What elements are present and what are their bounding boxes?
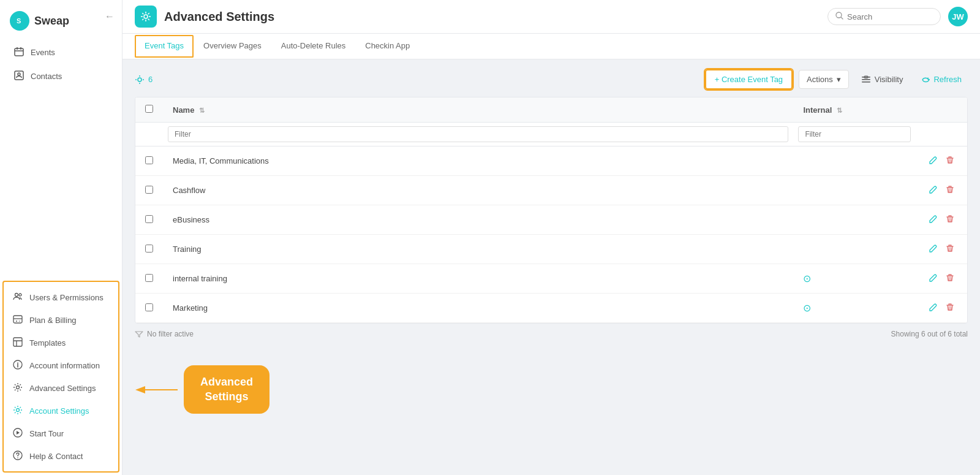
table-row: Media, IT, Communications	[135, 146, 967, 176]
visibility-button[interactable]: Visibility	[855, 70, 910, 89]
internal-sort-icon[interactable]: ⇅	[837, 107, 842, 114]
svg-point-5	[15, 294, 18, 297]
table-row: Training	[135, 235, 967, 264]
svg-point-14	[17, 457, 18, 458]
sidebar-collapse-button[interactable]: ←	[105, 11, 115, 22]
sidebar-item-advanced-settings[interactable]: Advanced Settings	[2, 377, 119, 400]
row-actions	[916, 146, 967, 176]
row-name: Cashflow	[163, 176, 793, 205]
svg-rect-7	[13, 316, 22, 323]
delete-button[interactable]	[943, 272, 957, 286]
tag-count-number: 6	[148, 75, 153, 84]
sidebar-item-plan-billing[interactable]: Plan & Billing	[2, 309, 119, 332]
refresh-button[interactable]: Refresh	[915, 70, 968, 88]
sidebar-item-events[interactable]: Events	[4, 40, 118, 64]
logo-icon: S	[10, 11, 29, 31]
logo-text: Sweap	[34, 15, 69, 28]
row-checkbox[interactable]	[145, 215, 153, 223]
templates-icon	[12, 337, 23, 349]
svg-point-17	[138, 78, 141, 82]
svg-point-4	[18, 73, 20, 75]
select-all-header	[135, 97, 163, 123]
delete-button[interactable]	[943, 301, 957, 315]
row-checkbox[interactable]	[145, 274, 153, 282]
row-actions	[916, 264, 967, 294]
delete-button[interactable]	[943, 213, 957, 227]
row-name: eBusiness	[163, 205, 793, 235]
svg-point-10	[17, 386, 20, 389]
sidebar: S Sweap ← Events Contacts Users & Permis…	[0, 0, 123, 475]
refresh-label: Refresh	[933, 75, 962, 84]
row-checkbox[interactable]	[145, 156, 153, 164]
name-filter-input[interactable]	[168, 126, 788, 142]
main-content: Advanced Settings JW Event Tags Overview…	[123, 0, 980, 475]
sidebar-item-account-settings-label: Account Settings	[29, 406, 89, 416]
row-name: Training	[163, 235, 793, 264]
events-icon	[13, 47, 24, 58]
table-row: Cashflow	[135, 176, 967, 205]
logo: S Sweap ←	[0, 7, 122, 40]
plan-icon	[12, 314, 23, 326]
actions-button[interactable]: Actions ▾	[799, 70, 849, 89]
name-sort-icon[interactable]: ⇅	[199, 107, 205, 114]
edit-button[interactable]	[925, 242, 940, 256]
select-all-checkbox[interactable]	[145, 105, 153, 113]
topbar-right: JW	[827, 7, 968, 26]
filter-row	[135, 123, 967, 146]
search-box[interactable]	[827, 8, 941, 25]
delete-button[interactable]	[943, 154, 957, 168]
create-event-tag-button[interactable]: + Create Event Tag	[705, 69, 793, 89]
table-row: internal training ⊙	[135, 264, 967, 294]
actions-chevron-icon: ▾	[837, 75, 841, 84]
sidebar-item-users-permissions[interactable]: Users & Permissions	[2, 286, 119, 309]
sidebar-item-account-settings[interactable]: Account Settings	[2, 400, 119, 422]
tab-event-tags[interactable]: Event Tags	[135, 35, 194, 58]
internal-check-icon: ⊙	[803, 273, 811, 284]
delete-button[interactable]	[943, 183, 957, 197]
row-checkbox[interactable]	[145, 245, 153, 253]
sidebar-bottom-section: Users & Permissions Plan & Billing Templ…	[2, 281, 119, 473]
sidebar-item-start-tour[interactable]: Start Tour	[2, 422, 119, 445]
toolbar-left: 6	[135, 75, 153, 85]
svg-point-6	[19, 294, 21, 296]
sidebar-nav: Events Contacts	[0, 40, 122, 278]
row-internal	[793, 205, 916, 235]
edit-button[interactable]	[925, 301, 940, 315]
svg-rect-8	[13, 338, 22, 346]
sidebar-item-templates[interactable]: Templates	[2, 332, 119, 354]
edit-button[interactable]	[925, 272, 940, 286]
tab-checkin-app[interactable]: Checkin App	[355, 35, 420, 58]
row-internal	[793, 235, 916, 264]
row-checkbox[interactable]	[145, 303, 153, 311]
delete-button[interactable]	[943, 242, 957, 256]
page-title: Advanced Settings	[164, 10, 274, 24]
sidebar-item-advanced-settings-label: Advanced Settings	[29, 384, 96, 393]
account-settings-icon	[12, 405, 23, 417]
edit-button[interactable]	[925, 213, 940, 227]
sidebar-item-help-contact[interactable]: Help & Contact	[2, 445, 119, 468]
sidebar-item-contacts[interactable]: Contacts	[4, 64, 118, 88]
page-icon	[135, 6, 157, 28]
search-input[interactable]	[847, 12, 933, 21]
edit-button[interactable]	[925, 183, 940, 197]
visibility-label: Visibility	[875, 75, 903, 84]
sidebar-item-account-info[interactable]: Account information	[2, 354, 119, 377]
name-column-header: Name ⇅	[163, 97, 793, 123]
row-name: internal training	[163, 264, 793, 294]
tab-overview-pages[interactable]: Overview Pages	[194, 35, 271, 58]
no-filter-label: No filter active	[135, 330, 194, 338]
internal-column-header: Internal ⇅	[793, 97, 916, 123]
edit-button[interactable]	[925, 154, 940, 168]
users-icon	[12, 292, 23, 303]
avatar: JW	[948, 7, 968, 26]
internal-filter-input[interactable]	[798, 126, 911, 142]
topbar-left: Advanced Settings	[135, 6, 274, 28]
showing-count: Showing 6 out of 6 total	[891, 330, 968, 338]
sidebar-item-users-label: Users & Permissions	[29, 293, 104, 302]
row-actions	[916, 205, 967, 235]
row-checkbox[interactable]	[145, 186, 153, 194]
tab-auto-delete-rules[interactable]: Auto-Delete Rules	[271, 35, 356, 58]
row-name: Media, IT, Communications	[163, 146, 793, 176]
sidebar-item-help-label: Help & Contact	[29, 452, 83, 461]
svg-point-11	[17, 409, 20, 412]
